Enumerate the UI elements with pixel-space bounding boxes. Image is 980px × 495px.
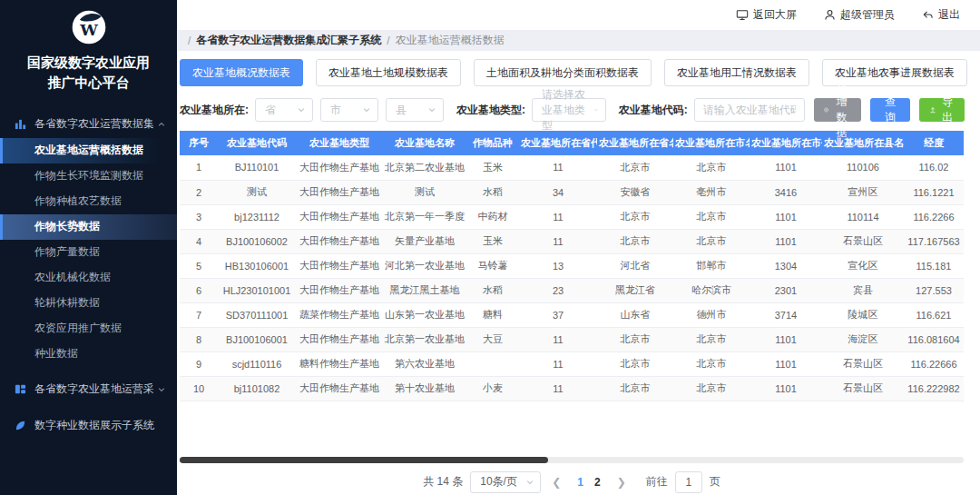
table-cell: 116.081604 bbox=[904, 327, 964, 351]
column-header: 经度 bbox=[904, 131, 964, 155]
sidebar-group-label: 各省数字农业运营数据集成汇聚子系统 bbox=[34, 116, 153, 132]
sidebar-item[interactable]: 农资应用推广数据 bbox=[0, 316, 177, 342]
table-row[interactable]: 4BJ100106002大田作物生产基地矢量产业基地玉米11北京市北京市1101… bbox=[180, 229, 964, 253]
sidebar-item[interactable]: 轮耕休耕数据 bbox=[0, 291, 177, 316]
table-cell: 11 bbox=[519, 229, 597, 253]
sidebar-item[interactable]: 作物生长环境监测数据 bbox=[0, 163, 177, 189]
table-cell: 110114 bbox=[822, 204, 904, 229]
tab-2[interactable]: 土地面积及耕地分类面积数据表 bbox=[474, 59, 652, 86]
add-data-button[interactable]: 新增数据 bbox=[814, 98, 861, 122]
table-row[interactable]: 10bj1101082大田作物生产基地第十农业基地小麦11北京市北京市1101石… bbox=[180, 376, 964, 401]
table-cell: 6 bbox=[180, 278, 218, 302]
user-menu[interactable]: 超级管理员 bbox=[824, 7, 895, 23]
tab-bar: 农业基地概况数据表农业基地土地规模数据表土地面积及耕地分类面积数据表农业基地用工… bbox=[180, 59, 980, 86]
table-row[interactable]: 3bj1231112大田作物生产基地北京第一年一季度中药材11北京市北京市110… bbox=[180, 204, 964, 229]
table-cell: HB130106001 bbox=[218, 253, 296, 278]
table-cell: 马铃薯 bbox=[466, 253, 519, 278]
location-select[interactable]: 市 bbox=[320, 98, 378, 122]
chevron-down-icon bbox=[593, 105, 598, 114]
sidebar-item[interactable]: 种业数据 bbox=[0, 342, 177, 367]
table-cell: 2 bbox=[180, 180, 218, 204]
chevron-down-icon bbox=[362, 105, 371, 114]
page-size-value: 10条/页 bbox=[480, 474, 517, 490]
tab-3[interactable]: 农业基地用工情况数据表 bbox=[664, 59, 809, 86]
table-cell: 大田作物生产基地 bbox=[296, 327, 383, 351]
base-code-input[interactable] bbox=[694, 98, 805, 122]
chevron-right-icon[interactable]: ❯ bbox=[613, 476, 630, 489]
table-cell: 1101 bbox=[750, 229, 822, 253]
table-cell: 北京市 bbox=[673, 204, 750, 229]
table-cell: 石景山区 bbox=[822, 376, 904, 401]
table-cell: 测试 bbox=[218, 180, 296, 204]
chevron-down-icon bbox=[157, 385, 166, 394]
table-cell: 第六农业基地 bbox=[383, 351, 466, 376]
sidebar-group-1[interactable]: 各省数字农业基地运营采集子系统 bbox=[0, 376, 177, 403]
table-cell: scjd110116 bbox=[218, 351, 296, 376]
table-cell: BJ100106002 bbox=[218, 229, 296, 253]
table-cell: 3 bbox=[180, 204, 218, 229]
table-cell: 34 bbox=[519, 180, 597, 204]
location-select[interactable]: 省 bbox=[255, 98, 313, 122]
return-big-screen-button[interactable]: 返回大屏 bbox=[736, 7, 797, 23]
table-row[interactable]: 8BJ100106001大田作物生产基地北京第一农业基地大豆11北京市北京市11… bbox=[180, 327, 964, 351]
sidebar-item[interactable]: 农业基地运营概括数据 bbox=[0, 138, 177, 163]
sidebar: W 国家级数字农业应用 推广中心平台 各省数字农业运营数据集成汇聚子系统农业基地… bbox=[0, 0, 177, 495]
table-row[interactable]: 7SD370111001蔬菜作物生产基地山东第一农业基地糖料37山东省德州市37… bbox=[180, 302, 964, 327]
sidebar-group-0[interactable]: 各省数字农业运营数据集成汇聚子系统 bbox=[0, 111, 177, 138]
page-number-2[interactable]: 2 bbox=[589, 476, 606, 489]
page-size-select[interactable]: 10条/页 bbox=[470, 471, 541, 493]
main-area: 返回大屏超级管理员退出 / 各省数字农业运营数据集成汇聚子系统 / 农业基地运营… bbox=[177, 0, 980, 495]
tab-1[interactable]: 农业基地土地规模数据表 bbox=[316, 59, 461, 86]
sidebar-item[interactable]: 作物种植农艺数据 bbox=[0, 189, 177, 214]
monitor-icon bbox=[736, 9, 749, 21]
export-button[interactable]: 导出 bbox=[919, 98, 965, 122]
goto-suffix: 页 bbox=[710, 474, 720, 490]
select-placeholder: 省 bbox=[265, 103, 276, 118]
tab-0[interactable]: 农业基地概况数据表 bbox=[180, 59, 303, 86]
sidebar-nav: 各省数字农业运营数据集成汇聚子系统农业基地运营概括数据作物生长环境监测数据作物种… bbox=[0, 111, 177, 440]
page-number-1[interactable]: 1 bbox=[572, 476, 589, 489]
table-cell: 糖料作物生产基地 bbox=[296, 351, 383, 376]
location-select[interactable]: 县 bbox=[386, 98, 444, 122]
scrollbar-thumb[interactable] bbox=[180, 457, 548, 463]
table-cell: 2301 bbox=[750, 278, 822, 302]
breadcrumb-separator: / bbox=[188, 35, 191, 47]
table-cell: 石景山区 bbox=[822, 229, 904, 253]
table-row[interactable]: 5HB130106001大田作物生产基地河北第一农业基地马铃薯13河北省邯郸市1… bbox=[180, 253, 964, 278]
horizontal-scrollbar[interactable] bbox=[180, 457, 964, 463]
table-cell: 116.621 bbox=[904, 302, 964, 327]
table-cell: 北京市 bbox=[597, 376, 673, 401]
data-table: 序号农业基地代码农业基地类型农业基地名称作物品种农业基地所在省代码农业基地所在省… bbox=[180, 131, 964, 401]
table-cell: 11 bbox=[519, 155, 597, 180]
table-cell: 3714 bbox=[750, 302, 822, 327]
table-cell: 37 bbox=[519, 302, 597, 327]
table-cell: 北京市 bbox=[673, 351, 750, 376]
logout-icon bbox=[922, 9, 934, 21]
goto-page-input[interactable] bbox=[675, 471, 702, 493]
table-cell: 哈尔滨市 bbox=[673, 278, 750, 302]
sidebar-item[interactable]: 农业机械化数据 bbox=[0, 265, 177, 291]
table-cell: 北京市 bbox=[673, 376, 750, 401]
sidebar-group-2[interactable]: 数字种业数据展示子系统 bbox=[0, 412, 177, 440]
sidebar-item[interactable]: 作物长势数据 bbox=[0, 214, 177, 240]
location-selects: 省市县 bbox=[255, 98, 451, 122]
table-cell: 11 bbox=[519, 351, 597, 376]
base-type-select[interactable]: 请选择农业基地类型 bbox=[532, 98, 606, 122]
table-row[interactable]: 1BJ110101大田作物生产基地北京第二农业基地玉米11北京市北京市11011… bbox=[180, 155, 964, 180]
table-cell: 127.553 bbox=[904, 278, 964, 302]
table-cell: 河北第一农业基地 bbox=[383, 253, 466, 278]
chevron-left-icon[interactable]: ❮ bbox=[548, 476, 564, 489]
upload-icon bbox=[929, 104, 936, 115]
top-action-label: 返回大屏 bbox=[753, 7, 797, 23]
table-row[interactable]: 6HLJ230101001大田作物生产基地黑龙江黑土基地水稻23黑龙江省哈尔滨市… bbox=[180, 278, 964, 302]
table-cell bbox=[466, 351, 519, 376]
sidebar-item[interactable]: 作物产量数据 bbox=[0, 240, 177, 265]
type-filter-label: 农业基地类型: bbox=[456, 103, 525, 118]
table-row[interactable]: 9scjd110116糖料作物生产基地第六农业基地11北京市北京市1101石景山… bbox=[180, 351, 964, 376]
logout-button[interactable]: 退出 bbox=[922, 7, 960, 23]
breadcrumb-item-system[interactable]: 各省数字农业运营数据集成汇聚子系统 bbox=[196, 33, 381, 48]
table-cell: 山东第一农业基地 bbox=[383, 302, 466, 327]
query-button[interactable]: 查询 bbox=[870, 98, 910, 122]
column-header: 序号 bbox=[180, 131, 218, 155]
table-row[interactable]: 2测试大田作物生产基地测试水稻34安徽省亳州市3416宣州区116.1221 bbox=[180, 180, 964, 204]
